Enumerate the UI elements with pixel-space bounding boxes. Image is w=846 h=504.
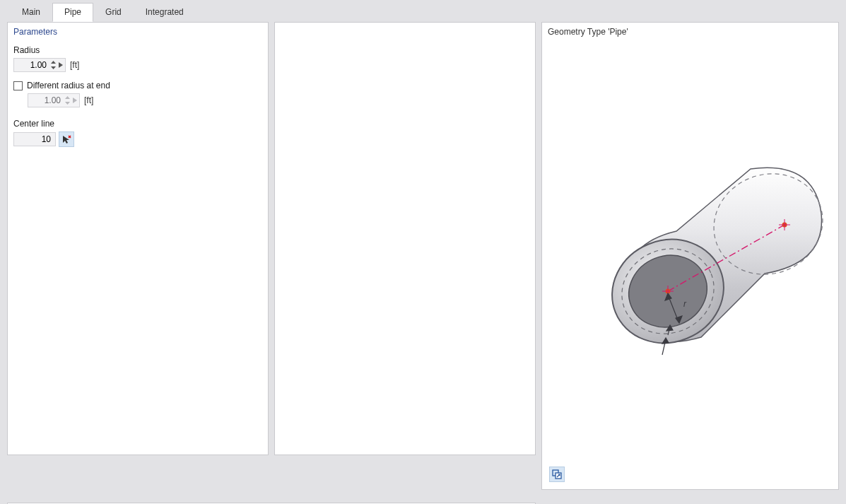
tab-grid[interactable]: Grid bbox=[93, 3, 134, 22]
radius-jump-button[interactable] bbox=[57, 59, 65, 71]
different-radius-label: Different radius at end bbox=[27, 81, 110, 90]
pipe-body-icon bbox=[597, 158, 838, 360]
preview-panel: Geometry Type 'Pipe' bbox=[541, 22, 839, 490]
pipe-preview: r bbox=[577, 143, 839, 383]
tab-integrated[interactable]: Integrated bbox=[134, 3, 196, 22]
different-radius-checkbox[interactable] bbox=[13, 81, 23, 90]
radius-end-input[interactable] bbox=[28, 94, 64, 107]
tab-main[interactable]: Main bbox=[10, 3, 52, 22]
radius-label: Radius bbox=[8, 40, 268, 57]
center-line-pick-button[interactable] bbox=[59, 131, 74, 147]
radius-end-spin-down bbox=[64, 100, 71, 106]
radius-spin-down[interactable] bbox=[49, 65, 57, 71]
radius-spin-up[interactable] bbox=[49, 59, 57, 65]
parameters-title: Parameters bbox=[8, 23, 268, 40]
preview-title: Geometry Type 'Pipe' bbox=[542, 23, 838, 41]
radius-input[interactable] bbox=[14, 59, 49, 71]
radius-end-input-box bbox=[28, 93, 80, 107]
radius-unit: [ft] bbox=[69, 60, 79, 70]
help-link-icon bbox=[552, 469, 562, 479]
help-link-button[interactable] bbox=[549, 467, 565, 482]
parameters-panel: Parameters Radius [ft] Different radius … bbox=[7, 22, 269, 455]
radius-end-unit: [ft] bbox=[83, 95, 93, 105]
tab-strip: Main Pipe Grid Integrated bbox=[0, 0, 846, 22]
radius-end-spin-up bbox=[64, 95, 71, 100]
pick-arrow-icon bbox=[61, 134, 71, 144]
center-line-input-box bbox=[13, 132, 56, 146]
middle-empty-panel bbox=[274, 22, 536, 455]
center-line-label: Center line bbox=[8, 109, 268, 130]
tab-pipe[interactable]: Pipe bbox=[52, 3, 93, 22]
radius-end-jump-button bbox=[71, 94, 79, 107]
center-line-input[interactable] bbox=[14, 133, 55, 146]
radius-input-box bbox=[13, 58, 66, 72]
